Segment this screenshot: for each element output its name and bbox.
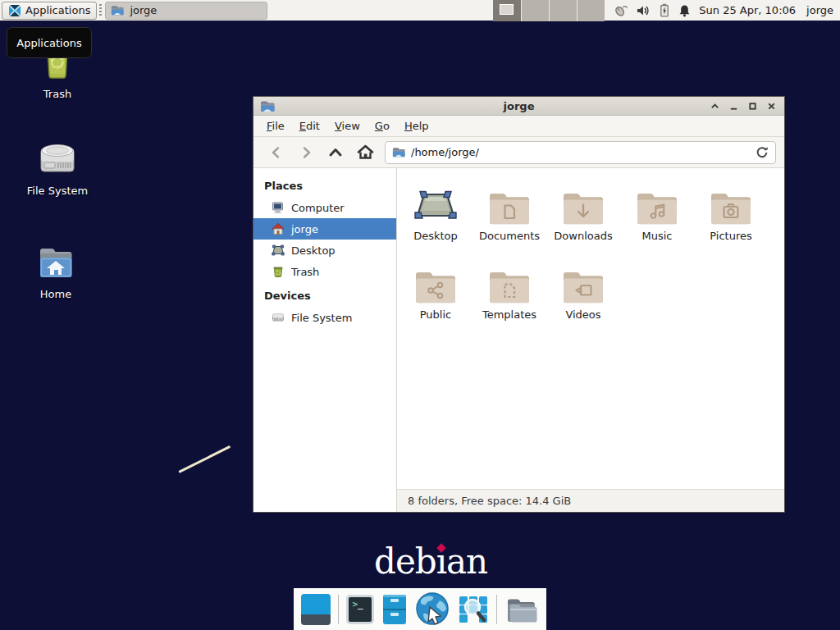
desktop-icon-label: File System	[27, 185, 88, 197]
folder-item-public[interactable]: Public	[399, 258, 472, 336]
folder-item-pictures[interactable]: Pictures	[694, 179, 768, 258]
dock-separator	[338, 595, 339, 624]
menu-file[interactable]: File	[259, 117, 292, 135]
drive-mini-icon	[272, 311, 285, 324]
files-folder-icon[interactable]	[504, 595, 539, 624]
sidebar-item-label: Trash	[291, 266, 319, 278]
pictures-folder-icon	[709, 179, 753, 225]
statusbar: 8 folders, Free space: 14.4 GiB	[397, 489, 784, 512]
panel-clock[interactable]: Sun 25 Apr, 10:06	[699, 4, 796, 16]
up-button[interactable]	[321, 140, 350, 165]
sidebar-item-desktop[interactable]: Desktop	[253, 240, 396, 261]
mouse-icon[interactable]	[613, 3, 628, 17]
folder-label: Documents	[479, 230, 540, 242]
show-desktop-icon[interactable]	[301, 594, 331, 625]
menu-edit[interactable]: Edit	[292, 117, 327, 135]
forward-button[interactable]	[291, 140, 321, 165]
window-body: Places Computer	[253, 168, 784, 512]
dock-separator	[496, 595, 497, 624]
workspace-3[interactable]	[549, 0, 577, 21]
workspace-window-thumbnail	[500, 4, 514, 15]
folder-label: Public	[420, 308, 451, 321]
taskbar-window-button[interactable]: jorge	[105, 2, 267, 20]
sidebar-item-label: Desktop	[291, 244, 336, 257]
show-desktop-bottom	[301, 614, 331, 625]
window-controls	[709, 100, 778, 112]
folder-item-templates[interactable]: Templates	[472, 258, 546, 336]
workspace-4[interactable]	[577, 0, 605, 21]
debian-logo-text-pre: deb	[374, 541, 436, 582]
sidebar-item-label: jorge	[291, 223, 318, 235]
desktop-special-icon	[412, 179, 459, 225]
desktop-icon-label: Home	[40, 288, 71, 300]
workspace-pager	[493, 0, 605, 21]
menu-help[interactable]: Help	[397, 117, 436, 135]
folder-item-music[interactable]: Music	[620, 179, 694, 258]
documents-folder-icon	[487, 179, 532, 225]
battery-icon[interactable]	[659, 3, 670, 17]
applications-tooltip: Applications	[7, 27, 92, 58]
desktop-icon-home[interactable]: Home	[5, 243, 107, 300]
folder-window-icon	[111, 4, 124, 16]
sidebar-item-computer[interactable]: Computer	[253, 197, 396, 218]
folder-item-downloads[interactable]: Downloads	[546, 179, 620, 258]
menu-view[interactable]: View	[327, 117, 368, 135]
path-input[interactable]	[411, 146, 750, 158]
web-browser-globe-icon[interactable]	[415, 592, 450, 627]
applications-menu-label: Applications	[25, 4, 90, 16]
folder-item-desktop[interactable]: Desktop	[399, 179, 472, 258]
application-finder-icon[interactable]	[458, 595, 489, 624]
menubar: File Edit View Go Help	[253, 116, 784, 137]
show-desktop-top	[301, 594, 331, 614]
sidebar-header-devices: Devices	[253, 285, 396, 307]
desktop-icon-file-system[interactable]: File System	[7, 138, 108, 197]
debian-logo-i: ı	[436, 541, 446, 582]
workspace-1[interactable]	[493, 0, 521, 21]
sidebar-item-trash[interactable]: Trash	[253, 261, 396, 282]
folder-item-videos[interactable]: Videos	[546, 258, 620, 336]
shade-button[interactable]	[709, 100, 721, 112]
applications-menu-button[interactable]: Applications	[2, 2, 97, 20]
home-icon	[272, 222, 285, 235]
file-manager-window: jorge File Edit View Go Help	[253, 96, 785, 513]
folder-label: Desktop	[413, 230, 458, 242]
trash-mini-icon	[272, 265, 285, 278]
dock: >_	[294, 588, 546, 630]
workspace-2[interactable]	[521, 0, 549, 21]
system-tray	[613, 3, 691, 17]
location-bar[interactable]	[385, 141, 776, 164]
maximize-button[interactable]	[746, 100, 759, 112]
home-button[interactable]	[350, 140, 380, 165]
xfce-applications-icon	[8, 4, 21, 17]
close-button[interactable]	[765, 100, 778, 112]
folder-icon-view[interactable]: Desktop Documents	[397, 168, 784, 489]
terminal-icon[interactable]: >_	[346, 595, 374, 624]
downloads-folder-icon	[561, 179, 605, 225]
sidebar-item-label: Computer	[291, 202, 345, 214]
status-text: 8 folders, Free space: 14.4 GiB	[408, 495, 571, 507]
minimize-button[interactable]	[728, 100, 740, 112]
notifications-bell-icon[interactable]	[678, 4, 691, 17]
main-pane: Desktop Documents	[397, 168, 784, 512]
folder-label: Templates	[482, 308, 536, 321]
sidebar-header-places: Places	[253, 176, 396, 197]
folder-item-documents[interactable]: Documents	[472, 179, 546, 258]
window-titlebar[interactable]: jorge	[253, 97, 784, 116]
back-button[interactable]	[262, 140, 291, 165]
reload-icon[interactable]	[756, 146, 769, 159]
volume-icon[interactable]	[637, 4, 651, 17]
file-manager-cabinet-icon[interactable]	[381, 594, 408, 625]
desktop-mini-icon	[272, 244, 285, 257]
folder-label: Pictures	[710, 230, 751, 242]
sidebar-item-jorge[interactable]: jorge	[253, 218, 396, 240]
panel-grip-handle[interactable]	[99, 4, 102, 17]
menu-go[interactable]: Go	[368, 117, 397, 135]
folder-label: Downloads	[554, 230, 612, 242]
stray-line-artifact	[178, 445, 231, 473]
applications-tooltip-text: Applications	[16, 37, 81, 49]
debian-logo-text-post: an	[446, 541, 487, 582]
sidebar-item-file-system[interactable]: File System	[253, 307, 396, 328]
folder-label: Videos	[565, 308, 600, 321]
top-panel: Applications jorge	[0, 0, 840, 21]
music-folder-icon	[635, 179, 679, 225]
